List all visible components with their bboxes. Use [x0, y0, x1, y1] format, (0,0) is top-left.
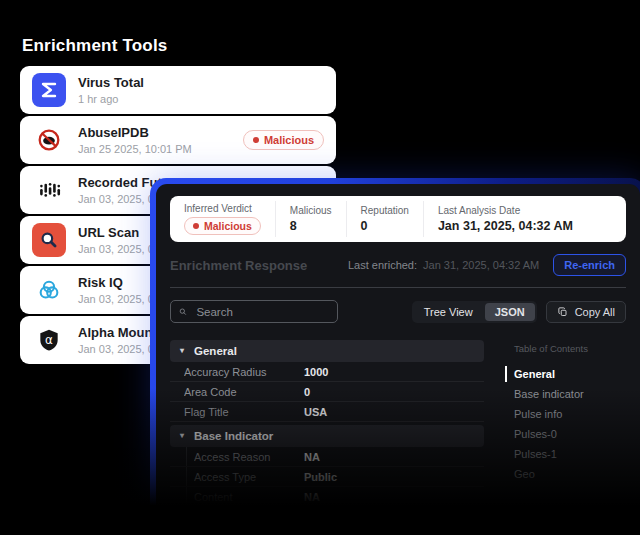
- toc-title: Table of Contents: [514, 343, 626, 354]
- tool-logo-icon: [32, 73, 66, 107]
- tree-row-key: Access Reason: [194, 451, 304, 463]
- verdict-value: 0: [361, 219, 409, 233]
- screen: Enrichment Tools Virus Total 1 hr ago: [0, 0, 640, 535]
- tool-name: Risk IQ: [78, 275, 160, 290]
- verdict-label: Malicious: [290, 205, 332, 216]
- tool-last-run-time: Jan 03, 2025, 05: [78, 293, 160, 305]
- tool-name: Virus Total: [78, 75, 144, 90]
- tree-row: Flag Title USA: [170, 402, 484, 422]
- tree-row: Area Code 0: [170, 382, 484, 402]
- view-toggle: Tree View JSON: [412, 301, 537, 323]
- tool-logo-icon: [32, 173, 66, 207]
- search-icon: [178, 306, 188, 318]
- search-input[interactable]: [194, 305, 330, 319]
- verdict-column: Reputation 0: [346, 201, 423, 237]
- tool-logo-icon: [32, 123, 66, 157]
- tree-row-value: 0: [304, 386, 310, 398]
- status-dot-icon: [253, 137, 259, 143]
- tree-row: NA: [170, 507, 484, 527]
- tree-row-value: 1000: [304, 366, 328, 378]
- tool-last-run-time: Jan 03, 2025, 05: [78, 243, 160, 255]
- copy-icon: [557, 306, 569, 318]
- tree-row: Access Type Public: [170, 467, 484, 487]
- verdict-label: Reputation: [361, 205, 409, 216]
- toc-item[interactable]: Pulse info: [498, 404, 626, 424]
- verdict-value: 8: [290, 219, 332, 233]
- enrichment-panel: Inferred Verdict Malicious Malicious: [150, 178, 640, 535]
- tree-row-value: NA: [304, 451, 320, 463]
- last-enriched-label: Last enriched:: [348, 259, 417, 271]
- tool-logo-icon: [32, 223, 66, 257]
- json-tree: ▾ General ▾: [170, 337, 484, 527]
- tree-row-key: Accuracy Radius: [184, 366, 304, 378]
- tool-logo-icon: [32, 273, 66, 307]
- toc-item[interactable]: General: [498, 364, 626, 384]
- verdict-column: Malicious 8: [275, 201, 346, 237]
- tree-row: Access Reason NA: [170, 447, 484, 467]
- controls-row: Tree View JSON Copy All: [170, 300, 626, 323]
- copy-all-button[interactable]: Copy All: [546, 301, 626, 323]
- tool-name: AbuseIPDB: [78, 125, 192, 140]
- view-tab[interactable]: JSON: [485, 303, 535, 321]
- content-row: ▾ General ▾: [170, 337, 626, 527]
- chevron-down-icon: ▾: [180, 347, 184, 355]
- verdict-column: Last Analysis Date Jan 31, 2025, 04:32 A…: [423, 201, 587, 237]
- tree-row-key: Access Type: [194, 471, 304, 483]
- tool-last-run-time: Jan 25 2025, 10:01 PM: [78, 143, 192, 155]
- divider: [170, 287, 626, 288]
- tree-row-value: NA: [304, 511, 320, 523]
- tree-row-value: USA: [304, 406, 327, 418]
- toc-item[interactable]: Geo: [498, 464, 626, 484]
- verdict-label: Last Analysis Date: [438, 205, 573, 216]
- tree-row-value: NA: [304, 491, 320, 503]
- tool-logo-icon: [32, 323, 66, 357]
- tree-row-key: Flag Title: [184, 406, 304, 418]
- tree-row-value: Public: [304, 471, 337, 483]
- malicious-badge: Malicious: [243, 130, 324, 150]
- tool-list-item[interactable]: Virus Total 1 hr ago: [20, 66, 336, 114]
- chevron-down-icon: ▾: [180, 432, 184, 440]
- search-box[interactable]: [170, 300, 338, 323]
- verdict-label: Inferred Verdict: [184, 203, 261, 214]
- table-of-contents: Table of Contents General Base indicator…: [498, 337, 626, 527]
- page-title: Enrichment Tools: [22, 36, 168, 56]
- tree-row: Content NA: [170, 487, 484, 507]
- tool-last-run-time: 1 hr ago: [78, 93, 144, 105]
- last-enriched-value: Jan 31, 2025, 04:32 AM: [423, 259, 539, 271]
- re-enrich-button[interactable]: Re-enrich: [553, 254, 626, 276]
- verdict-malicious-badge: Malicious: [184, 217, 261, 235]
- verdict-summary-card: Inferred Verdict Malicious Malicious: [170, 196, 626, 242]
- tree-row: Accuracy Radius 1000: [170, 362, 484, 382]
- verdict-column: Inferred Verdict Malicious: [170, 201, 275, 237]
- tree-row-key: Area Code: [184, 386, 304, 398]
- toc-item[interactable]: Pulses-1: [498, 444, 626, 464]
- tool-name: URL Scan: [78, 225, 160, 240]
- verdict-value: Jan 31, 2025, 04:32 AM: [438, 219, 573, 233]
- tree-row-key: Content: [194, 491, 304, 503]
- view-tab[interactable]: Tree View: [414, 303, 483, 321]
- response-title: Enrichment Response: [170, 258, 307, 273]
- response-header-row: Enrichment Response Last enriched: Jan 3…: [170, 254, 626, 276]
- toc-item[interactable]: Pulses-0: [498, 424, 626, 444]
- toc-item[interactable]: Base indicator: [498, 384, 626, 404]
- tool-list-item[interactable]: AbuseIPDB Jan 25 2025, 10:01 PM Maliciou…: [20, 116, 336, 164]
- status-dot-icon: [193, 223, 199, 229]
- tree-section-header[interactable]: ▾ Base Indicator: [170, 425, 484, 447]
- tree-section-header[interactable]: ▾ General: [170, 340, 484, 362]
